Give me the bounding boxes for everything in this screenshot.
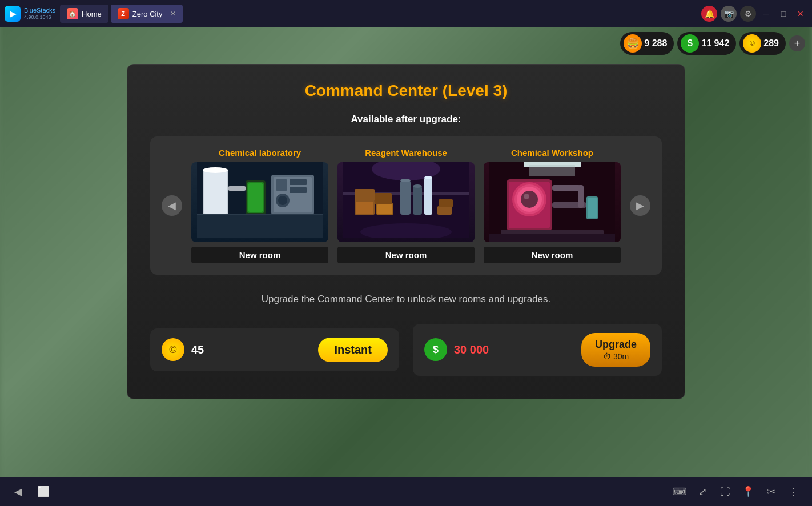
rooms-grid: Chemical laboratory: [191, 148, 621, 263]
svg-rect-5: [228, 186, 246, 191]
home-tab-icon: 🏠: [67, 8, 78, 19]
svg-rect-26: [400, 180, 411, 215]
instant-button[interactable]: Instant: [318, 338, 388, 362]
room-workshop-new-label: New room: [484, 247, 621, 263]
tab-zerocity[interactable]: Z Zero City ✕: [111, 5, 183, 23]
maximize-button[interactable]: □: [777, 7, 790, 21]
svg-rect-21: [356, 202, 373, 214]
room-card-workshop[interactable]: Chemical Workshop: [484, 148, 621, 263]
svg-rect-8: [248, 183, 263, 212]
tab-close-icon[interactable]: ✕: [170, 10, 176, 18]
svg-rect-28: [413, 186, 422, 215]
dollar-hud: $ 11 942: [677, 32, 736, 55]
close-button[interactable]: ✕: [794, 7, 807, 21]
svg-rect-51: [489, 234, 615, 242]
svg-rect-47: [578, 185, 584, 208]
svg-point-31: [424, 176, 432, 179]
room-card-workshop-image: [484, 162, 621, 242]
command-center-modal: Command Center (Level 3) Available after…: [127, 64, 685, 399]
burger-hud: 🍔 9 288: [620, 32, 674, 55]
window-controls: 🔔 📷 ⚙ ─ □ ✕: [701, 6, 807, 22]
burger-icon: 🍔: [624, 34, 642, 53]
settings-icon[interactable]: ⚙: [740, 6, 756, 22]
svg-point-43: [521, 191, 538, 208]
zerocity-tab-icon: Z: [118, 8, 129, 19]
action-row: © 45 Instant $ 30 000 Upgrade ⏱ 30m: [150, 324, 662, 376]
svg-rect-0: [197, 215, 323, 238]
modal-title: Command Center (Level 3): [150, 82, 662, 100]
top-bar: ▶ BlueStacks 4.90.0.1046 🏠 Home Z Zero C…: [0, 0, 812, 27]
tab-zerocity-label: Zero City: [132, 10, 163, 18]
burger-amount: 9 288: [644, 38, 667, 49]
room-card-warehouse-title: Reagent Warehouse: [365, 148, 447, 158]
bluestacks-logo: ▶ BlueStacks 4.90.0.1046: [5, 6, 55, 22]
prev-arrow[interactable]: ◀: [162, 195, 182, 216]
rooms-container: ◀ Chemical laboratory: [150, 136, 662, 275]
svg-rect-45: [552, 185, 581, 191]
description-text: Upgrade the Command Center to unlock new…: [150, 292, 662, 307]
workshop-scene-svg: [489, 162, 615, 242]
add-currency-button[interactable]: +: [789, 35, 805, 51]
dollar-icon: $: [681, 34, 699, 53]
bottom-left-controls: ◀ ⬜: [9, 483, 53, 501]
room-card-warehouse-image: [337, 162, 475, 242]
screenshot-icon[interactable]: 📷: [721, 6, 737, 22]
coin-amount: 289: [763, 38, 779, 49]
svg-rect-3: [204, 170, 227, 214]
bluestacks-icon: ▶: [5, 6, 21, 22]
next-arrow[interactable]: ▶: [630, 195, 650, 216]
upgrade-button[interactable]: Upgrade ⏱ 30m: [581, 333, 650, 367]
upgrade-time: ⏱ 30m: [603, 352, 629, 361]
svg-rect-24: [377, 204, 392, 214]
home-button[interactable]: ⬜: [34, 483, 53, 501]
svg-point-44: [524, 194, 529, 199]
tab-home-label: Home: [82, 10, 102, 18]
svg-point-15: [278, 196, 287, 205]
clock-icon: ⏱: [603, 352, 611, 361]
more-icon[interactable]: ⋮: [785, 483, 803, 501]
svg-rect-32: [437, 206, 452, 215]
instant-upgrade-box: © 45 Instant: [150, 328, 399, 371]
room-card-warehouse[interactable]: Reagent Warehouse: [337, 148, 475, 263]
svg-rect-30: [424, 178, 432, 215]
dollar-amount: 11 942: [701, 38, 729, 49]
svg-rect-49: [588, 198, 597, 218]
svg-point-4: [203, 167, 228, 173]
svg-point-27: [400, 179, 411, 182]
room-lab-new-label: New room: [191, 247, 328, 263]
coin-hud: © 289: [739, 32, 786, 55]
location-icon[interactable]: 📍: [739, 483, 757, 501]
instant-coin-icon: ©: [162, 338, 184, 361]
svg-rect-25: [375, 193, 392, 204]
room-warehouse-new-label: New room: [337, 247, 475, 263]
svg-rect-37: [529, 165, 575, 176]
svg-rect-12: [290, 179, 307, 185]
fullscreen-icon[interactable]: ⛶: [716, 483, 734, 501]
bluestacks-name: BlueStacks 4.90.0.1046: [24, 7, 55, 21]
room-card-lab-image: [191, 162, 328, 242]
warehouse-scene-svg: [343, 162, 469, 238]
bottom-right-controls: ⌨ ⤢ ⛶ 📍 ✂ ⋮: [670, 483, 803, 501]
lab-scene-svg: [197, 162, 323, 238]
tab-home[interactable]: 🏠 Home: [60, 5, 108, 23]
upgrade-dollar-icon: $: [424, 338, 447, 361]
room-card-lab-title: Chemical laboratory: [219, 148, 301, 158]
available-after-label: Available after upgrade:: [150, 114, 662, 125]
upgrade-cost: 30 000: [454, 343, 574, 356]
game-hud: 🍔 9 288 $ 11 942 © 289 +: [620, 27, 805, 59]
room-card-lab[interactable]: Chemical laboratory: [191, 148, 328, 263]
room-card-workshop-title: Chemical Workshop: [511, 148, 593, 158]
coin-icon: ©: [743, 34, 761, 53]
minimize-button[interactable]: ─: [759, 7, 773, 21]
cut-icon[interactable]: ✂: [762, 483, 780, 501]
instant-cost: 45: [191, 343, 311, 356]
notification-icon[interactable]: 🔔: [701, 6, 717, 22]
back-button[interactable]: ◀: [9, 483, 27, 501]
svg-rect-33: [439, 199, 453, 207]
svg-rect-22: [355, 189, 375, 202]
svg-rect-13: [290, 187, 307, 193]
keyboard-icon[interactable]: ⌨: [670, 483, 689, 501]
upgrade-box: $ 30 000 Upgrade ⏱ 30m: [413, 324, 662, 376]
resize-icon[interactable]: ⤢: [693, 483, 711, 501]
svg-point-29: [413, 184, 422, 188]
